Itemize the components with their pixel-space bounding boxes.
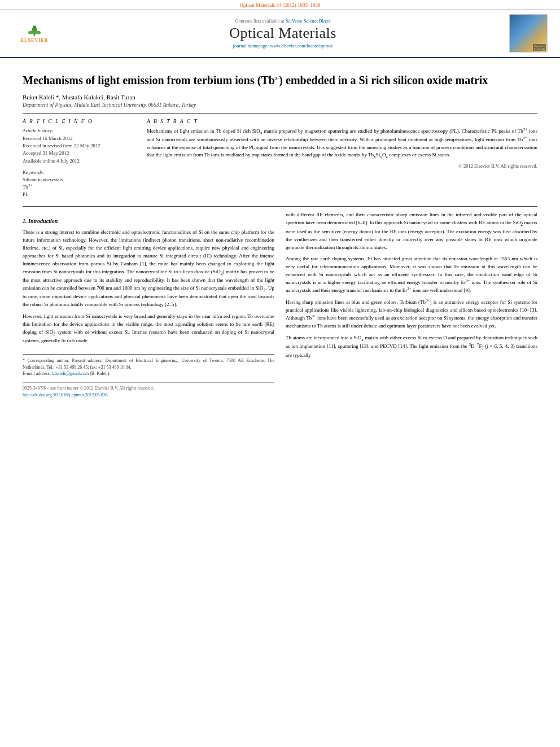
article-info-header: A R T I C L E I N F O	[23, 119, 135, 124]
doi-link[interactable]: http://dx.doi.org/10.1016/j.optmat.2012.…	[23, 392, 274, 399]
journal-title: Optical Materials	[65, 25, 500, 42]
right-para2: Among the rare earth doping systems, Er …	[286, 255, 537, 295]
abstract-column: A B S T R A C T Mechanisms of light emis…	[147, 119, 537, 198]
journal-url[interactable]: www.elsevier.com/locate/optmat	[270, 43, 333, 49]
elsevier-wordmark: ELSEVIER	[21, 38, 48, 43]
keyword-2: Tb3+	[23, 184, 135, 191]
left-content-column: 1. Introduction There is a strong intere…	[23, 211, 274, 399]
article-title: Mechanisms of light emission from terbiu…	[23, 73, 537, 88]
received-date: Received 16 March 2012	[23, 135, 135, 142]
journal-header: ELSEVIER Contents lists available at Sci…	[0, 10, 560, 58]
article-history-label: Article history:	[23, 128, 135, 133]
article-info-column: A R T I C L E I N F O Article history: R…	[23, 119, 135, 198]
svg-point-3	[33, 25, 36, 29]
copyright-text: © 2012 Elsevier B.V. All rights reserved…	[147, 163, 537, 169]
sciverse-link[interactable]: SciVerse ScienceDirect	[286, 18, 331, 24]
corresponding-footnote: * Corresponding author. Present address;…	[23, 357, 274, 370]
issn-text: 0925-3467/$ – see front matter © 2012 El…	[23, 385, 154, 392]
section1-para1: There is a strong interest to combine el…	[23, 229, 274, 309]
journal-reference-bar: Optical Materials 34 (2012) 1935–1939	[0, 0, 560, 10]
right-para1: with different RE elements, and their ch…	[286, 211, 537, 251]
abstract-header: A B S T R A C T	[147, 119, 537, 124]
abstract-text: Mechanisms of light emission in Tb doped…	[147, 128, 537, 160]
journal-homepage: journal homepage: www.elsevier.com/locat…	[65, 43, 500, 49]
main-content-area: 1. Introduction There is a strong intere…	[23, 211, 537, 399]
journal-header-center: Contents lists available at SciVerse Sci…	[65, 18, 500, 49]
right-content-column: with different RE elements, and their ch…	[286, 211, 537, 399]
available-date: Available online 4 July 2012	[23, 158, 135, 165]
bottom-bar: 0925-3467/$ – see front matter © 2012 El…	[23, 382, 274, 392]
right-para3: Having sharp emission lines at blue and …	[286, 299, 537, 330]
abstract-content-divider	[23, 206, 537, 207]
title-divider	[23, 113, 537, 114]
keywords-label: Keywords:	[23, 169, 135, 175]
svg-point-5	[37, 30, 41, 34]
right-para4: Tb atoms are incorporated into a SiOx ma…	[286, 334, 537, 360]
thumb-label: OpticalMaterials	[533, 44, 546, 51]
article-affiliation: Department of Physics, Middle East Techn…	[23, 102, 537, 108]
elsevier-logo: ELSEVIER	[12, 23, 57, 43]
section1-para2: However, light emission from Si nanocrys…	[23, 313, 274, 345]
email-footnote: E-mail address: b.kaleli@gmail.com (B. K…	[23, 370, 274, 377]
author-email[interactable]: b.kaleli@gmail.com	[52, 371, 89, 376]
sciverse-label: Contents lists available at SciVerse Sci…	[65, 18, 500, 24]
author-names: Buket Kaleli *, Mustafa Kulakci, Rasit T…	[23, 94, 135, 101]
keyword-1: Silicon nanocrystals	[23, 176, 135, 184]
accepted-date: Accepted 31 May 2012	[23, 150, 135, 157]
elsevier-tree-icon	[26, 24, 43, 37]
journal-cover-thumbnail: OpticalMaterials	[509, 14, 548, 53]
journal-ref-text: Optical Materials 34 (2012) 1935–1939	[240, 2, 321, 8]
journal-thumbnail-area: OpticalMaterials	[506, 14, 551, 53]
article-body: Mechanisms of light emission from terbiu…	[0, 58, 560, 410]
article-info-abstract-row: A R T I C L E I N F O Article history: R…	[23, 119, 537, 198]
revised-date: Received in revised form 22 May 2012	[23, 142, 135, 150]
elsevier-logo-area: ELSEVIER	[9, 23, 60, 43]
footnote-area: * Corresponding author. Present address;…	[23, 354, 274, 377]
keyword-3: PL	[23, 191, 135, 198]
svg-point-4	[28, 30, 32, 34]
section1-heading: 1. Introduction	[23, 217, 274, 226]
article-authors: Buket Kaleli *, Mustafa Kulakci, Rasit T…	[23, 94, 537, 101]
